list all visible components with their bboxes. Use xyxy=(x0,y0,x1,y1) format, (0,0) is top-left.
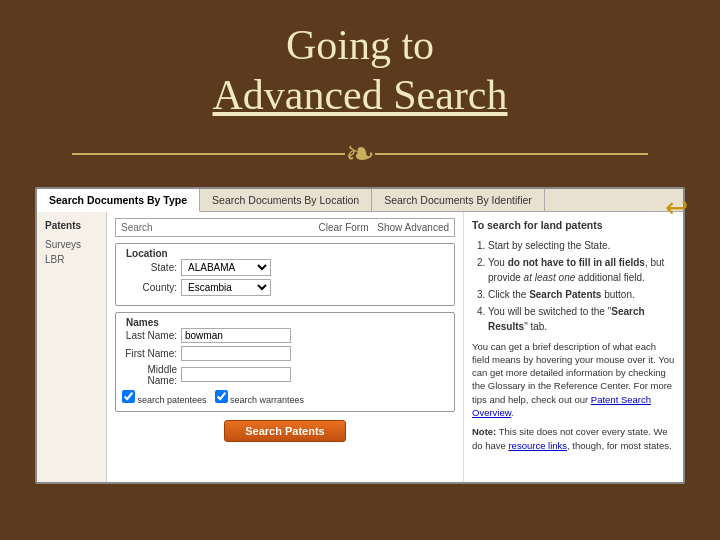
first-name-label: First Name: xyxy=(122,348,177,359)
decorative-curl: ❧ xyxy=(345,136,375,172)
search-patents-button[interactable]: Search Patents xyxy=(224,420,345,442)
divider-right xyxy=(375,153,648,155)
location-fieldset: Location State: ALABAMA County: Escambia xyxy=(115,243,455,306)
info-step-3: Click the Search Patents button. xyxy=(488,287,675,302)
title-line1: Going to xyxy=(286,22,434,68)
clear-form-link[interactable]: Clear Form xyxy=(318,222,368,233)
title-area: Going to Advanced Search xyxy=(212,0,507,131)
sidebar-item-surveys[interactable]: Surveys xyxy=(41,237,102,252)
state-row: State: ALABAMA xyxy=(122,259,448,276)
divider-area: ❧ xyxy=(72,136,648,172)
patent-search-overview-link[interactable]: Patent Search Overview xyxy=(472,394,651,418)
search-btn-row: Search Patents xyxy=(115,420,455,442)
info-steps: Start by selecting the State. You do not… xyxy=(472,238,675,334)
title-line2: Advanced Search xyxy=(212,72,507,118)
checkbox-patentees-label[interactable]: search patentees xyxy=(122,390,207,405)
names-fieldset: Names Last Name: First Name: Middle Name… xyxy=(115,312,455,412)
arrow-icon: ↩ xyxy=(665,191,688,224)
middle-name-input[interactable] xyxy=(181,367,291,382)
state-select[interactable]: ALABAMA xyxy=(181,259,271,276)
tab-search-by-type[interactable]: Search Documents By Type xyxy=(37,189,200,212)
info-step-1: Start by selecting the State. xyxy=(488,238,675,253)
state-label: State: xyxy=(122,262,177,273)
resource-links-link[interactable]: resource links xyxy=(508,440,567,451)
first-name-row: First Name: xyxy=(122,346,448,361)
checkbox-patentees[interactable] xyxy=(122,390,135,403)
location-legend: Location xyxy=(122,248,448,259)
sidebar: Patents Surveys LBR xyxy=(37,212,107,482)
county-select[interactable]: Escambia xyxy=(181,279,271,296)
search-label: Search xyxy=(121,222,153,233)
info-step-4: You will be switched to the "Search Resu… xyxy=(488,304,675,334)
checkbox-warrantees-label[interactable]: search warrantees xyxy=(215,390,305,405)
tab-search-by-identifier[interactable]: Search Documents By Identifier xyxy=(372,189,545,211)
last-name-row: Last Name: xyxy=(122,328,448,343)
search-links: Clear Form Show Advanced xyxy=(312,222,449,233)
search-input[interactable] xyxy=(159,222,305,233)
first-name-input[interactable] xyxy=(181,346,291,361)
slide-container: Going to Advanced Search ❧ Search Docume… xyxy=(0,0,720,540)
info-title: To search for land patents xyxy=(472,218,675,234)
sidebar-title: Patents xyxy=(41,220,102,231)
main-form-area: Search Clear Form Show Advanced Location… xyxy=(107,212,463,482)
middle-name-row: Middle Name: xyxy=(122,364,448,386)
slide-title: Going to Advanced Search xyxy=(212,20,507,121)
sidebar-item-lbr[interactable]: LBR xyxy=(41,252,102,267)
tab-search-by-location[interactable]: Search Documents By Location xyxy=(200,189,372,211)
info-panel: To search for land patents Start by sele… xyxy=(463,212,683,482)
county-row: County: Escambia xyxy=(122,279,448,296)
last-name-input[interactable] xyxy=(181,328,291,343)
last-name-label: Last Name: xyxy=(122,330,177,341)
checkbox-warrantees[interactable] xyxy=(215,390,228,403)
search-row: Search Clear Form Show Advanced xyxy=(115,218,455,237)
checkbox-row: search patentees search warrantees xyxy=(122,390,448,405)
county-label: County: xyxy=(122,282,177,293)
names-legend: Names xyxy=(122,317,448,328)
middle-name-label: Middle Name: xyxy=(122,364,177,386)
info-description: You can get a brief description of what … xyxy=(472,340,675,420)
info-note: Note: This site does not cover every sta… xyxy=(472,425,675,452)
ui-content: Patents Surveys LBR Search Clear Form Sh… xyxy=(37,212,683,482)
info-step-2: You do not have to fill in all fields, b… xyxy=(488,255,675,285)
ui-panel: Search Documents By Type Search Document… xyxy=(35,187,685,484)
show-advanced-link[interactable]: Show Advanced xyxy=(377,222,449,233)
divider-left xyxy=(72,153,345,155)
tab-bar: Search Documents By Type Search Document… xyxy=(37,189,683,212)
